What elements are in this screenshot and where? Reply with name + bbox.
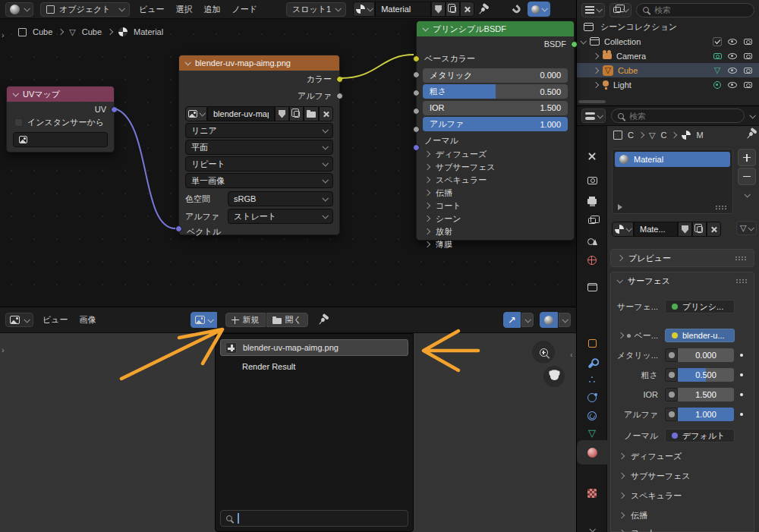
tab-scene[interactable] [577, 231, 607, 250]
alpha-slider[interactable]: アルファ 1.000 [423, 117, 568, 131]
slot-specials-menu[interactable] [738, 193, 756, 197]
ior-input-toggle[interactable] [665, 388, 678, 401]
outliner-search-input[interactable] [654, 5, 748, 14]
normal-socket[interactable] [413, 144, 420, 151]
bsdf-node-header[interactable]: プリンシプルBSDF [417, 21, 574, 36]
normal-value-button[interactable]: デフォルト [665, 429, 735, 442]
section-coat[interactable]: コート [619, 527, 657, 532]
dropdown-search-field[interactable] [220, 510, 408, 527]
metallic-socket[interactable] [413, 71, 420, 78]
open-image-button[interactable] [304, 106, 319, 121]
metallic-input-toggle[interactable] [665, 348, 678, 362]
ior-slider[interactable]: IOR 1.500 [423, 101, 568, 115]
material-browse-button[interactable] [612, 222, 634, 237]
bsdf-output-socket[interactable] [571, 41, 578, 48]
copy-image-button[interactable] [289, 106, 304, 121]
preview-panel-header[interactable]: プレビュー [610, 249, 754, 267]
tab-tool[interactable] [577, 147, 607, 165]
image-name-field[interactable]: blender-uv-map... [207, 106, 275, 121]
chevron-right-icon[interactable] [617, 332, 623, 338]
expand-icon[interactable] [618, 204, 622, 210]
tab-output[interactable] [577, 192, 607, 210]
gizmo-toggle-button[interactable]: ↗ [503, 312, 521, 328]
roughness-input-toggle[interactable] [665, 368, 678, 382]
editor-type-button[interactable] [5, 2, 33, 17]
display-mode-dropdown[interactable] [581, 3, 605, 17]
properties-search-input[interactable] [629, 112, 738, 121]
breadcrumb-material[interactable]: M [696, 131, 703, 140]
image-texture-node[interactable]: blender-uv-map-aimg.png カラー アルファ blender… [178, 55, 340, 235]
tab-constraints[interactable] [577, 407, 607, 425]
ior-socket[interactable] [413, 108, 420, 115]
camera-row[interactable]: Camera [577, 49, 759, 63]
alpha-value-slider[interactable]: 1.000 [678, 408, 734, 421]
material-slot-selected[interactable]: Material [615, 152, 730, 167]
tab-view-layer[interactable] [577, 212, 607, 230]
tab-texture[interactable] [577, 484, 607, 502]
copy-material-button[interactable] [692, 222, 707, 237]
editor-type-button[interactable] [581, 109, 606, 123]
surface-panel-header[interactable]: サーフェス [610, 272, 754, 290]
shader-mode-dropdown[interactable]: オブジェクト [40, 2, 130, 17]
section-thin-film[interactable]: 薄膜 [417, 238, 574, 251]
menu-select[interactable]: 選択 [174, 4, 195, 15]
menu-view[interactable]: ビュー [137, 4, 167, 15]
uv-map-node[interactable]: UVマップ UV インスタンサーから [6, 86, 115, 153]
collection-row[interactable]: Collection [577, 34, 759, 49]
chevron-down-icon[interactable] [749, 112, 755, 118]
slot-dropdown[interactable]: スロット1 [286, 2, 346, 17]
keyframe-dot[interactable] [740, 373, 743, 376]
colorspace-dropdown[interactable]: sRGB [228, 191, 333, 206]
add-slot-button[interactable] [738, 149, 756, 166]
tab-strip-scroll[interactable] [577, 521, 607, 532]
section-coat[interactable]: コート [417, 200, 574, 212]
render-visibility-icon[interactable] [744, 53, 752, 59]
hide-eye-icon[interactable] [728, 68, 737, 74]
fake-user-button[interactable] [275, 106, 289, 121]
dropdown-search-input[interactable] [244, 514, 402, 523]
tab-collection[interactable] [577, 278, 607, 296]
left-edge-expand-icon[interactable]: › [2, 345, 5, 354]
breadcrumb-mesh[interactable]: Cube [82, 27, 102, 36]
render-visibility-icon[interactable] [744, 39, 752, 45]
menu-add[interactable]: 追加 [202, 4, 223, 15]
alpha-socket[interactable] [413, 126, 420, 133]
image-node-header[interactable]: blender-uv-map-aimg.png [179, 55, 339, 71]
overlay-toggle-button[interactable] [540, 312, 558, 328]
section-specular[interactable]: スペキュラー [417, 174, 574, 187]
gizmo-dropdown[interactable] [521, 313, 534, 327]
overlay-dropdown[interactable] [559, 313, 571, 327]
base-color-texture-button[interactable]: blender-u... [665, 329, 735, 342]
left-edge-expand-icon[interactable]: › [2, 30, 5, 39]
image-browse-button[interactable] [185, 106, 207, 121]
scene-collection-row[interactable]: シーンコレクション [577, 20, 759, 34]
base-color-socket[interactable] [413, 55, 420, 62]
fake-user-button[interactable] [678, 222, 692, 237]
pin-icon[interactable] [320, 317, 326, 323]
right-edge-collapse-icon[interactable]: ‹ [570, 350, 573, 359]
fake-user-button[interactable] [431, 2, 446, 17]
browse-image-button[interactable] [191, 312, 217, 328]
tab-object-data[interactable]: ▽ [577, 423, 607, 442]
properties-search-field[interactable] [611, 109, 745, 123]
section-transmission[interactable]: 伝播 [619, 509, 647, 521]
projection-dropdown[interactable]: 平面 [185, 140, 333, 155]
new-image-button[interactable]: 新規 [225, 313, 266, 327]
editor-type-button[interactable] [5, 313, 33, 327]
color-output-socket[interactable] [336, 76, 343, 83]
zoom-gizmo-button[interactable] [532, 341, 555, 364]
horizontal-scrollbar[interactable] [578, 100, 606, 103]
keyframe-dot[interactable] [740, 393, 743, 396]
section-diffuse[interactable]: ディフューズ [619, 450, 682, 462]
from-instancer-checkbox[interactable] [14, 118, 23, 127]
tab-object[interactable] [577, 334, 607, 352]
roughness-socket[interactable] [413, 90, 420, 96]
principled-bsdf-node[interactable]: プリンシプルBSDF BSDF ベースカラー メタリック 0.000 粗さ 0.… [416, 20, 575, 241]
alpha-mode-dropdown[interactable]: ストレート [228, 209, 333, 224]
filter-dropdown[interactable] [609, 3, 631, 17]
keyframe-dot[interactable] [740, 413, 743, 416]
menu-node[interactable]: ノード [230, 4, 260, 15]
remove-slot-button[interactable] [738, 168, 756, 185]
interpolation-dropdown[interactable]: リニア [185, 123, 333, 138]
section-emission[interactable]: 放射 [417, 225, 574, 238]
